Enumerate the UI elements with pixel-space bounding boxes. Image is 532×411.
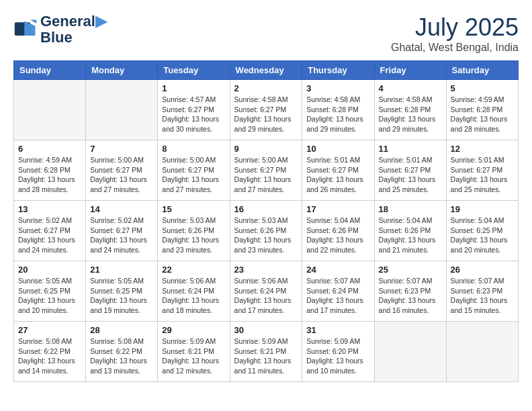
day-info: Sunrise: 5:00 AMSunset: 6:27 PMDaylight:… <box>234 155 298 195</box>
calendar-cell: 16Sunrise: 5:03 AMSunset: 6:26 PMDayligh… <box>230 201 302 261</box>
day-info: Sunrise: 4:57 AMSunset: 6:27 PMDaylight:… <box>162 95 225 134</box>
calendar-cell: 25Sunrise: 5:07 AMSunset: 6:23 PMDayligh… <box>374 261 446 322</box>
day-number: 18 <box>379 204 442 214</box>
day-number: 16 <box>234 204 298 214</box>
day-number: 1 <box>162 83 225 93</box>
day-info: Sunrise: 5:03 AMSunset: 6:26 PMDaylight:… <box>162 216 225 255</box>
day-number: 13 <box>18 204 81 214</box>
day-number: 2 <box>234 83 298 93</box>
calendar-cell: 12Sunrise: 5:01 AMSunset: 6:27 PMDayligh… <box>446 140 518 201</box>
day-info: Sunrise: 5:03 AMSunset: 6:26 PMDaylight:… <box>234 216 298 255</box>
day-info: Sunrise: 5:01 AMSunset: 6:27 PMDaylight:… <box>379 155 442 195</box>
day-number: 6 <box>18 144 81 154</box>
location: Ghatal, West Bengal, India <box>391 42 519 54</box>
day-info: Sunrise: 4:58 AMSunset: 6:27 PMDaylight:… <box>234 95 298 134</box>
day-number: 21 <box>90 265 153 275</box>
day-number: 23 <box>234 265 298 275</box>
day-info: Sunrise: 5:08 AMSunset: 6:22 PMDaylight:… <box>90 336 153 376</box>
day-info: Sunrise: 5:04 AMSunset: 6:25 PMDaylight:… <box>451 216 514 255</box>
logo-text: General▶ Blue <box>40 13 107 46</box>
calendar-cell <box>374 322 446 382</box>
day-info: Sunrise: 5:01 AMSunset: 6:27 PMDaylight:… <box>451 155 514 195</box>
day-info: Sunrise: 5:06 AMSunset: 6:24 PMDaylight:… <box>234 276 298 316</box>
weekday-header-saturday: Saturday <box>446 61 518 80</box>
page-header: General▶ Blue July 2025 Ghatal, West Ben… <box>13 13 519 54</box>
calendar-cell: 18Sunrise: 5:04 AMSunset: 6:26 PMDayligh… <box>374 201 446 261</box>
weekday-header-sunday: Sunday <box>14 61 86 80</box>
calendar-cell: 10Sunrise: 5:01 AMSunset: 6:27 PMDayligh… <box>302 140 374 201</box>
day-number: 9 <box>234 144 298 154</box>
day-info: Sunrise: 4:58 AMSunset: 6:28 PMDaylight:… <box>379 95 442 134</box>
weekday-header-tuesday: Tuesday <box>158 61 230 80</box>
calendar-cell: 6Sunrise: 4:59 AMSunset: 6:28 PMDaylight… <box>14 140 86 201</box>
calendar-cell: 19Sunrise: 5:04 AMSunset: 6:25 PMDayligh… <box>446 201 518 261</box>
day-number: 20 <box>18 265 81 275</box>
calendar-cell: 1Sunrise: 4:57 AMSunset: 6:27 PMDaylight… <box>158 80 230 140</box>
day-info: Sunrise: 5:07 AMSunset: 6:24 PMDaylight:… <box>306 276 369 316</box>
weekday-header-wednesday: Wednesday <box>230 61 302 80</box>
calendar-cell: 5Sunrise: 4:59 AMSunset: 6:28 PMDaylight… <box>446 80 518 140</box>
day-number: 5 <box>451 83 514 93</box>
day-info: Sunrise: 5:00 AMSunset: 6:27 PMDaylight:… <box>162 155 225 195</box>
day-number: 29 <box>162 325 225 335</box>
calendar-cell: 22Sunrise: 5:06 AMSunset: 6:24 PMDayligh… <box>158 261 230 322</box>
calendar-cell: 29Sunrise: 5:09 AMSunset: 6:21 PMDayligh… <box>158 322 230 382</box>
weekday-header-monday: Monday <box>86 61 158 80</box>
day-number: 11 <box>379 144 442 154</box>
calendar-cell: 15Sunrise: 5:03 AMSunset: 6:26 PMDayligh… <box>158 201 230 261</box>
calendar-week-row: 6Sunrise: 4:59 AMSunset: 6:28 PMDaylight… <box>14 140 519 201</box>
calendar-cell: 9Sunrise: 5:00 AMSunset: 6:27 PMDaylight… <box>230 140 302 201</box>
day-info: Sunrise: 5:02 AMSunset: 6:27 PMDaylight:… <box>18 216 81 255</box>
calendar-cell <box>86 80 158 140</box>
calendar-cell: 27Sunrise: 5:08 AMSunset: 6:22 PMDayligh… <box>14 322 86 382</box>
calendar-week-row: 20Sunrise: 5:05 AMSunset: 6:25 PMDayligh… <box>14 261 519 322</box>
day-info: Sunrise: 4:58 AMSunset: 6:28 PMDaylight:… <box>306 95 369 134</box>
day-number: 3 <box>306 83 369 93</box>
day-info: Sunrise: 5:05 AMSunset: 6:25 PMDaylight:… <box>90 276 153 316</box>
calendar-cell: 28Sunrise: 5:08 AMSunset: 6:22 PMDayligh… <box>86 322 158 382</box>
day-number: 17 <box>306 204 369 214</box>
day-number: 31 <box>306 325 369 335</box>
day-info: Sunrise: 5:02 AMSunset: 6:27 PMDaylight:… <box>90 216 153 255</box>
weekday-header-friday: Friday <box>374 61 446 80</box>
day-info: Sunrise: 5:04 AMSunset: 6:26 PMDaylight:… <box>306 216 369 255</box>
calendar-week-row: 27Sunrise: 5:08 AMSunset: 6:22 PMDayligh… <box>14 322 519 382</box>
day-info: Sunrise: 5:07 AMSunset: 6:23 PMDaylight:… <box>379 276 442 316</box>
logo-icon <box>13 17 38 42</box>
calendar-cell <box>14 80 86 140</box>
logo: General▶ Blue <box>13 13 107 46</box>
day-number: 8 <box>162 144 225 154</box>
day-info: Sunrise: 5:08 AMSunset: 6:22 PMDaylight:… <box>18 336 81 376</box>
calendar-cell: 31Sunrise: 5:09 AMSunset: 6:20 PMDayligh… <box>302 322 374 382</box>
calendar-cell: 21Sunrise: 5:05 AMSunset: 6:25 PMDayligh… <box>86 261 158 322</box>
calendar-header-row: SundayMondayTuesdayWednesdayThursdayFrid… <box>14 61 519 80</box>
day-number: 7 <box>90 144 153 154</box>
calendar-table: SundayMondayTuesdayWednesdayThursdayFrid… <box>13 60 519 382</box>
calendar-cell: 26Sunrise: 5:07 AMSunset: 6:23 PMDayligh… <box>446 261 518 322</box>
day-number: 24 <box>306 265 369 275</box>
calendar-week-row: 13Sunrise: 5:02 AMSunset: 6:27 PMDayligh… <box>14 201 519 261</box>
day-number: 30 <box>234 325 298 335</box>
day-info: Sunrise: 5:04 AMSunset: 6:26 PMDaylight:… <box>379 216 442 255</box>
calendar-cell: 11Sunrise: 5:01 AMSunset: 6:27 PMDayligh… <box>374 140 446 201</box>
day-number: 10 <box>306 144 369 154</box>
calendar-cell: 30Sunrise: 5:09 AMSunset: 6:21 PMDayligh… <box>230 322 302 382</box>
day-info: Sunrise: 5:07 AMSunset: 6:23 PMDaylight:… <box>451 276 514 316</box>
calendar-week-row: 1Sunrise: 4:57 AMSunset: 6:27 PMDaylight… <box>14 80 519 140</box>
day-number: 14 <box>90 204 153 214</box>
day-info: Sunrise: 5:06 AMSunset: 6:24 PMDaylight:… <box>162 276 225 316</box>
calendar-cell: 23Sunrise: 5:06 AMSunset: 6:24 PMDayligh… <box>230 261 302 322</box>
day-number: 12 <box>451 144 514 154</box>
calendar-cell: 3Sunrise: 4:58 AMSunset: 6:28 PMDaylight… <box>302 80 374 140</box>
day-number: 26 <box>451 265 514 275</box>
day-info: Sunrise: 5:09 AMSunset: 6:21 PMDaylight:… <box>234 336 298 376</box>
day-info: Sunrise: 5:05 AMSunset: 6:25 PMDaylight:… <box>18 276 81 316</box>
day-number: 15 <box>162 204 225 214</box>
calendar-cell: 14Sunrise: 5:02 AMSunset: 6:27 PMDayligh… <box>86 201 158 261</box>
month-title: July 2025 <box>391 13 519 42</box>
day-number: 4 <box>379 83 442 93</box>
day-info: Sunrise: 4:59 AMSunset: 6:28 PMDaylight:… <box>451 95 514 134</box>
svg-marker-2 <box>30 20 36 24</box>
day-info: Sunrise: 5:00 AMSunset: 6:27 PMDaylight:… <box>90 155 153 195</box>
day-number: 19 <box>451 204 514 214</box>
